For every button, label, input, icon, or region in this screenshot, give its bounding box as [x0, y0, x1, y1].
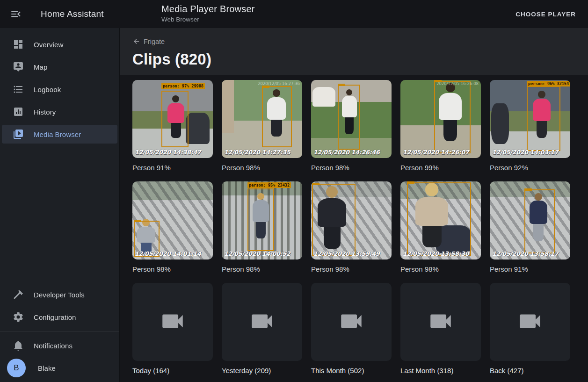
- sidebar-item-configuration[interactable]: Configuration: [2, 308, 117, 326]
- scene-object: [312, 87, 335, 107]
- clip-thumbnail: 2020/12/05 16:26:0812/05/2020 14:26:07: [400, 80, 481, 158]
- sidebar-item-label: Configuration: [34, 313, 76, 321]
- clip-label: Person 98%: [222, 265, 302, 273]
- clip-label: Person 99%: [400, 164, 481, 172]
- sidebar-item-label: Blake: [38, 364, 56, 372]
- clip-label: Person 91%: [132, 164, 213, 172]
- sidebar-item-label: Overview: [34, 41, 63, 49]
- sidebar-item-map[interactable]: Map: [2, 58, 117, 76]
- folder-item[interactable]: This Month (502): [311, 283, 392, 375]
- video-camera-icon: [159, 308, 186, 337]
- bulleted-list-icon: [13, 84, 24, 95]
- folder-item[interactable]: Last Month (318): [400, 283, 481, 375]
- menu-open-icon: [10, 8, 22, 20]
- detection-box: [527, 86, 560, 151]
- camera-osd-top-timestamp: 2020/12/05 16:26:08: [436, 81, 479, 86]
- folder-item[interactable]: Today (164): [132, 283, 213, 375]
- timestamp-overlay: 12/05/2020 14:27:35: [224, 149, 290, 156]
- video-camera-icon: [248, 308, 276, 337]
- clip-label: Person 98%: [311, 164, 392, 172]
- breadcrumb-label: Frigate: [144, 38, 165, 45]
- detection-box: [338, 85, 360, 150]
- view-dashboard-icon: [13, 39, 24, 50]
- sidebar-item-label: History: [34, 108, 56, 116]
- choose-player-button[interactable]: CHOOSE PLAYER: [513, 7, 579, 22]
- clip-item[interactable]: person: 96% 3215412/05/2020 14:03:17Pers…: [490, 80, 570, 172]
- breadcrumb[interactable]: Frigate: [132, 37, 165, 45]
- sidebar: OverviewMapLogbookHistoryMedia BrowserDe…: [0, 28, 120, 382]
- sidebar-item-label: Map: [34, 63, 47, 71]
- clip-thumbnail: 12/05/2020 13:59:49: [311, 181, 392, 259]
- timestamp-overlay: 12/05/2020 14:26:46: [313, 149, 379, 156]
- clip-item[interactable]: 12/05/2020 13:58:17Person 91%: [490, 181, 570, 273]
- detection-box-tag: [407, 181, 414, 184]
- clip-label: Person 91%: [490, 265, 570, 273]
- play-box-multiple-icon: [13, 129, 24, 140]
- bar-chart-box-icon: [13, 106, 24, 117]
- folder-label: Yesterday (209): [222, 367, 302, 375]
- sidebar-item-overview[interactable]: Overview: [2, 35, 117, 54]
- top-app-bar: Home Assistant Media Player Browser Web …: [0, 0, 588, 28]
- timestamp-overlay: 12/05/2020 14:00:52: [224, 250, 290, 257]
- detection-box: [312, 184, 356, 256]
- detection-box: [524, 189, 555, 253]
- detection-box: [407, 182, 472, 257]
- sidebar-item-notifications[interactable]: Notifications: [2, 336, 117, 355]
- detection-box-tag: [524, 188, 532, 191]
- sidebar-item-developer-tools[interactable]: Developer Tools: [2, 285, 117, 304]
- clip-item[interactable]: 2020/12/05 16:27:3612/05/2020 14:27:35Pe…: [222, 80, 302, 172]
- account-tooltip-icon: [13, 61, 24, 72]
- clip-thumbnail: 12/05/2020 14:26:46: [311, 80, 392, 158]
- folder-label: Today (164): [132, 367, 213, 375]
- sidebar-item-logbook[interactable]: Logbook: [2, 80, 117, 99]
- clip-item[interactable]: person: 95% 2343212/05/2020 14:00:52Pers…: [222, 181, 302, 273]
- video-camera-icon: [338, 308, 365, 337]
- arrow-left-icon: [132, 37, 140, 45]
- timestamp-overlay: 12/05/2020 13:58:30: [403, 250, 469, 257]
- clip-thumbnail: person: 96% 3215412/05/2020 14:03:17: [490, 80, 570, 158]
- clip-item[interactable]: 12/05/2020 13:58:30Person 98%: [400, 181, 481, 273]
- clip-label: Person 98%: [400, 265, 481, 273]
- media-grid-container: person: 97% 2998812/05/2020 14:38:47Pers…: [120, 75, 588, 382]
- sidebar-item-blake[interactable]: BBlake: [2, 359, 117, 377]
- folder-item[interactable]: Yesterday (209): [222, 283, 302, 375]
- sidebar-toggle-button[interactable]: [10, 8, 22, 20]
- folder-thumbnail: [490, 283, 570, 361]
- detection-box: [434, 81, 470, 153]
- clip-label: Person 98%: [132, 265, 213, 273]
- media-player-subtitle: Web Browser: [161, 16, 255, 23]
- app-title: Home Assistant: [41, 9, 104, 19]
- clip-item[interactable]: person: 97% 2998812/05/2020 14:38:47Pers…: [132, 80, 213, 172]
- scene-object: [186, 113, 210, 144]
- folder-thumbnail: [311, 283, 392, 361]
- clip-item[interactable]: 12/05/2020 14:01:14Person 98%: [132, 181, 213, 273]
- detection-box-tag: [338, 84, 345, 86]
- timestamp-overlay: 12/05/2020 14:38:47: [135, 149, 201, 156]
- detection-box: [262, 86, 292, 147]
- sidebar-item-label: Logbook: [34, 86, 61, 94]
- folder-label: Last Month (318): [400, 367, 481, 375]
- sidebar-footer-pad: [0, 379, 119, 382]
- clip-item[interactable]: 12/05/2020 13:59:49Person 98%: [311, 181, 392, 273]
- scene-object: [491, 103, 509, 144]
- sidebar-item-history[interactable]: History: [2, 102, 117, 121]
- folder-item[interactable]: Back (427): [490, 283, 570, 375]
- timestamp-overlay: 12/05/2020 13:59:49: [313, 250, 379, 257]
- timestamp-overlay: 12/05/2020 14:03:17: [492, 149, 558, 156]
- clip-thumbnail: person: 95% 2343212/05/2020 14:00:52: [222, 181, 302, 259]
- clip-item[interactable]: 2020/12/05 16:26:0812/05/2020 14:26:07Pe…: [400, 80, 481, 172]
- clip-label: Person 98%: [311, 265, 392, 273]
- media-player-title: Media Player Browser: [161, 4, 255, 14]
- detection-box-label: person: 95% 23432: [247, 182, 291, 188]
- content-header: Frigate Clips (820): [120, 28, 588, 75]
- clip-thumbnail: person: 97% 2998812/05/2020 14:38:47: [132, 80, 213, 158]
- folder-thumbnail: [222, 283, 302, 361]
- clip-item[interactable]: 12/05/2020 14:26:46Person 98%: [311, 80, 392, 172]
- sidebar-item-label: Developer Tools: [34, 291, 85, 299]
- folder-label: Back (427): [490, 367, 570, 375]
- timestamp-overlay: 12/05/2020 13:58:17: [492, 250, 558, 257]
- folder-thumbnail: [132, 283, 213, 361]
- sidebar-item-media-browser[interactable]: Media Browser: [2, 125, 117, 144]
- clip-thumbnail: 12/05/2020 14:01:14: [132, 181, 213, 259]
- sidebar-divider: [0, 331, 119, 332]
